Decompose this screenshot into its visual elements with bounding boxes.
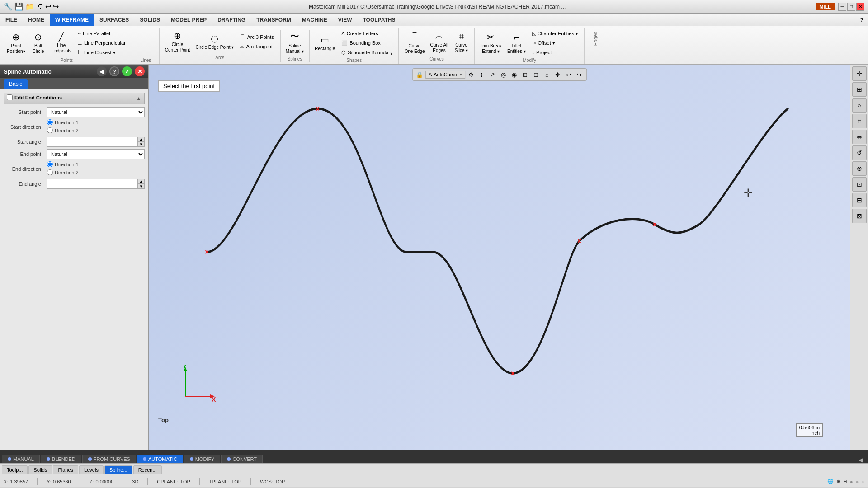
vt-pan-button[interactable]: ✥ <box>553 70 563 80</box>
spline-tab-from-curves[interactable]: FROM CURVES <box>82 455 136 463</box>
vt-select-button[interactable]: ↗ <box>488 70 498 80</box>
viewport[interactable]: 🔒 ↖ AutoCursor ▾ ⚙ ⊹ ↗ ◎ ◉ ⊞ ⊟ ⌕ ✥ ↩ ↪ S… <box>149 65 850 450</box>
create-letters-button[interactable]: A Create Letters <box>338 29 396 38</box>
edit-end-conditions-header[interactable]: Edit End Conditions ▲ <box>4 93 145 104</box>
vt-options-button[interactable]: ⊟ <box>531 70 541 80</box>
btab-levels[interactable]: Levels <box>79 465 104 474</box>
rt-wipe-button[interactable]: ⊜ <box>852 161 867 176</box>
fillet-entities-button[interactable]: ⌐ FilletEntities ▾ <box>505 31 528 56</box>
redo-icon[interactable]: ↪ <box>53 2 59 11</box>
minus-icon[interactable]: ⊖ <box>843 479 847 484</box>
vt-lock-button[interactable]: 🔒 <box>415 70 425 80</box>
globe-icon[interactable]: 🌐 <box>827 479 834 484</box>
menu-file[interactable]: FILE <box>0 14 23 26</box>
plus-icon[interactable]: ⊕ <box>836 479 840 484</box>
menu-toolpaths[interactable]: TOOLPATHS <box>357 14 401 26</box>
btab-planes[interactable]: Planes <box>53 465 78 474</box>
menu-machine[interactable]: MACHINE <box>297 14 333 26</box>
bounding-box-button[interactable]: ⬜ Bounding Box <box>338 38 396 47</box>
arc-3-points-button[interactable]: ⌒ Arc 3 Points <box>237 33 277 42</box>
rt-fit-button[interactable]: ⊞ <box>852 82 867 97</box>
spline-tabs-expand[interactable]: ◀ <box>855 457 866 463</box>
end-angle-input[interactable]: 0.0000 <box>47 179 137 189</box>
panel-cancel-button[interactable]: ✕ <box>135 66 145 76</box>
spline-tab-manual[interactable]: MANUAL <box>2 455 40 463</box>
circle-status-icon[interactable]: ● <box>850 479 853 484</box>
save-icon[interactable]: 💾 <box>14 2 24 11</box>
vt-redo-button[interactable]: ↪ <box>575 70 585 80</box>
help-button[interactable]: ? <box>856 15 868 25</box>
spline-tab-blended[interactable]: BLENDED <box>41 455 81 463</box>
start-angle-down[interactable]: ▼ <box>137 142 145 147</box>
start-dir2-radio[interactable] <box>47 127 53 133</box>
vt-filter2-button[interactable]: ◉ <box>509 70 519 80</box>
bolt-circle-button[interactable]: ⊙ BoltCircle <box>28 30 48 56</box>
vt-grid-button[interactable]: ⊞ <box>520 70 530 80</box>
menu-wireframe[interactable]: WIREFRAME <box>50 14 94 26</box>
point-position-button[interactable]: ⊕ PointPosition▾ <box>5 30 28 56</box>
end-dir1-radio[interactable] <box>47 161 53 167</box>
vt-snap-button[interactable]: ⊹ <box>477 70 487 80</box>
btab-toolpaths[interactable]: Toolp... <box>2 465 28 474</box>
restore-button[interactable]: □ <box>847 3 855 11</box>
circle-status2-icon[interactable]: ● <box>856 479 859 484</box>
rt-rotate-button[interactable]: ↺ <box>852 145 867 160</box>
rt-deselect-button[interactable]: ⊟ <box>852 193 867 207</box>
menu-drafting[interactable]: DRAFTING <box>212 14 251 26</box>
circle-status3-icon[interactable]: ● <box>861 479 864 484</box>
vt-undo-button[interactable]: ↩ <box>564 70 574 80</box>
rectangle-button[interactable]: ▭ Rectangle <box>312 31 337 55</box>
rt-add-button[interactable]: ✛ <box>852 66 867 81</box>
start-angle-up[interactable]: ▲ <box>137 137 145 142</box>
panel-tab-basic[interactable]: Basic <box>4 79 28 89</box>
end-angle-up[interactable]: ▲ <box>137 179 145 184</box>
arc-tangent-button[interactable]: ⌓ Arc Tangent <box>237 42 277 51</box>
menu-home[interactable]: HOME <box>23 14 50 26</box>
btab-spline[interactable]: Spline... <box>104 465 132 474</box>
menu-surfaces[interactable]: SURFACES <box>94 14 134 26</box>
curve-slice-button[interactable]: ⌗ CurveSlice ▾ <box>452 30 472 55</box>
start-dir1-radio[interactable] <box>47 119 53 125</box>
undo-icon[interactable]: ↩ <box>45 2 51 11</box>
minimize-button[interactable]: ─ <box>838 3 846 11</box>
end-angle-down[interactable]: ▼ <box>137 184 145 189</box>
btab-solids[interactable]: Solids <box>28 465 52 474</box>
rt-select-button[interactable]: ⊡ <box>852 177 867 192</box>
silhouette-boundary-button[interactable]: ⬡ Silhouette Boundary <box>338 48 396 57</box>
end-point-select[interactable]: Natural <box>47 149 145 159</box>
start-point-select[interactable]: Natural <box>47 107 145 117</box>
btab-recent[interactable]: Recen... <box>133 465 162 474</box>
curve-all-edges-button[interactable]: ⌓ Curve AllEdges <box>428 30 450 55</box>
vt-autocursor-button[interactable]: ↖ AutoCursor ▾ <box>425 71 465 79</box>
spline-manual-button[interactable]: 〜 SplineManual ▾ <box>283 29 307 56</box>
vt-filter1-button[interactable]: ◎ <box>499 70 509 80</box>
canvas-area[interactable] <box>149 65 850 450</box>
vt-settings-button[interactable]: ⚙ <box>466 70 476 80</box>
rt-zoom-button[interactable]: ⌗ <box>852 114 867 128</box>
line-closest-button[interactable]: ⊢ Line Closest ▾ <box>75 48 129 57</box>
line-endpoints-button[interactable]: ╱ LineEndpoints <box>49 31 74 55</box>
spline-tab-automatic[interactable]: AUTOMATIC <box>137 455 183 463</box>
menu-model-prep[interactable]: MODEL PREP <box>165 14 212 26</box>
panel-back-button[interactable]: ◀ <box>97 66 107 76</box>
spline-tab-modify[interactable]: MODIFY <box>184 455 221 463</box>
edit-end-conditions-checkbox[interactable] <box>7 94 13 100</box>
offset-button[interactable]: ⇥ Offset ▾ <box>529 38 581 47</box>
curve-one-edge-button[interactable]: ⌒ CurveOne Edge <box>402 29 427 56</box>
line-parallel-button[interactable]: ╌ Line Parallel <box>75 29 129 38</box>
chamfer-entities-button[interactable]: ◺ Chamfer Entities ▾ <box>529 29 581 38</box>
rt-pan-button[interactable]: ⇔ <box>852 130 867 144</box>
end-dir2-radio[interactable] <box>47 169 53 175</box>
menu-transform[interactable]: TRANSFORM <box>251 14 297 26</box>
print-icon[interactable]: 🖨 <box>36 3 43 11</box>
close-button[interactable]: ✕ <box>856 3 864 11</box>
panel-help-button[interactable]: ? <box>109 66 119 76</box>
menu-view[interactable]: VIEW <box>333 14 358 26</box>
spline-tab-convert[interactable]: CONVERT <box>221 455 263 463</box>
collapse-icon[interactable]: ▲ <box>136 95 142 102</box>
start-angle-input[interactable]: 0.0000 <box>47 137 137 147</box>
rt-circle-button[interactable]: ○ <box>852 98 867 113</box>
circle-center-point-button[interactable]: ⊕ CircleCenter Point <box>163 29 193 54</box>
vt-zoom-button[interactable]: ⌕ <box>542 70 552 80</box>
line-perpendicular-button[interactable]: ⊥ Line Perpendicular <box>75 38 129 47</box>
